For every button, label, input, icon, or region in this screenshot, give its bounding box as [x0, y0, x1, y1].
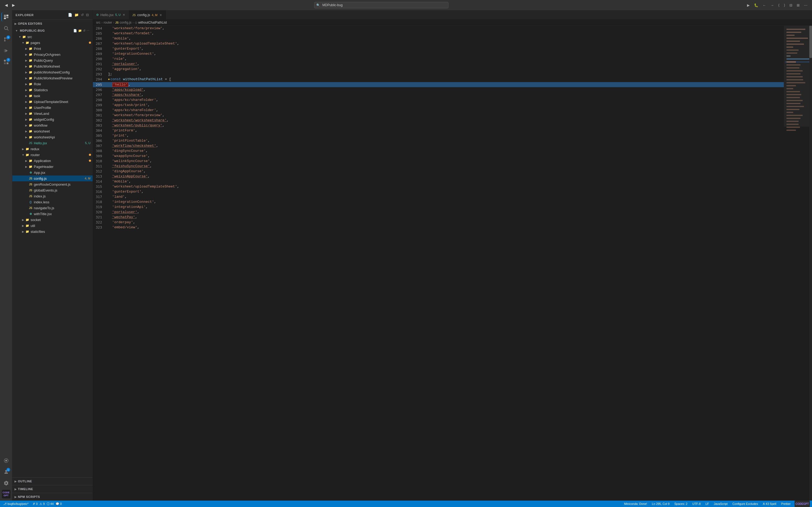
line-content-311[interactable]: 'feishuSyncCourse',: [107, 164, 784, 169]
line-content-309[interactable]: 'wxappSyncCourse',: [107, 154, 784, 159]
eol-status[interactable]: LF: [704, 501, 710, 507]
python-status[interactable]: Miniconda: Done!: [623, 501, 648, 507]
tab-hellojsx-close[interactable]: ×: [122, 13, 125, 17]
run-debug-icon[interactable]: [2, 46, 11, 55]
timeline-header[interactable]: ▶ TIMELINE: [12, 486, 93, 492]
npm-scripts-header[interactable]: ▶ NPM SCRIPTS: [12, 494, 93, 500]
new-folder-icon[interactable]: 📁: [74, 12, 79, 17]
tree-item-util[interactable]: ▶ 📁 util: [12, 223, 93, 229]
line-content-318[interactable]: 'integrationConnect',: [107, 199, 784, 205]
tree-item-application[interactable]: ▶ 📁 Application: [12, 158, 93, 164]
position-status[interactable]: Ln 295, Col 9: [651, 501, 670, 507]
tree-item-navigateto[interactable]: ▶ JS navigateTo.js: [12, 205, 93, 211]
tree-item-publicquery[interactable]: ▶ 📁 PublicQuery: [12, 57, 93, 63]
line-content-291[interactable]: 'portaluser',: [107, 61, 784, 66]
refresh-icon[interactable]: ↺: [80, 12, 84, 17]
repo-header[interactable]: ▼ MDPUBLIC-BUG 📄 📁 ↺ ⋯: [12, 27, 93, 34]
nav-next-button[interactable]: ⟩: [782, 2, 786, 8]
line-content-293[interactable]: ];: [107, 72, 784, 77]
tree-item-globalevents[interactable]: ▶ JS globalEvents.js: [12, 187, 93, 193]
branch-status[interactable]: ⎇ bugfix/bug/peic*: [2, 501, 30, 507]
line-content-292[interactable]: 'aggregation',: [107, 66, 784, 72]
tree-item-publicworksheetpreview[interactable]: ▶ 📁 PublicWorksheetPreview: [12, 75, 93, 81]
line-content-304[interactable]: 'printForm',: [107, 128, 784, 133]
line-content-313[interactable]: 'weixinAppCourse',: [107, 174, 784, 179]
tree-item-router[interactable]: ▼ 📁 router: [12, 152, 93, 158]
tree-item-indexless[interactable]: ▶ {} index.less: [12, 199, 93, 205]
tree-item-statistics[interactable]: ▶ 📁 Statistics: [12, 87, 93, 93]
codegpt-icon[interactable]: CODEGPT: [2, 490, 10, 498]
tree-item-uploadtemplatesheet[interactable]: ▶ 📁 UploadTemplateSheet: [12, 99, 93, 105]
outline-header[interactable]: ▶ OUTLINE: [12, 478, 93, 484]
search-input[interactable]: [314, 2, 448, 8]
play-button[interactable]: ▶: [746, 2, 751, 8]
breadcrumb-src[interactable]: src: [96, 21, 100, 24]
more-button[interactable]: ⋯: [803, 2, 809, 8]
breadcrumb-withoutchatpathlist[interactable]: withoutChatPathList: [138, 21, 167, 24]
line-content-321[interactable]: 'wechatPay',: [107, 215, 784, 220]
tree-item-appjsx[interactable]: ▶ ⚙ App.jsx: [12, 170, 93, 175]
codegpt-status[interactable]: CODEGPT: [795, 501, 810, 507]
line-content-308[interactable]: 'dingSyncCourse',: [107, 148, 784, 154]
tree-item-pages[interactable]: ▼ 📁 pages: [12, 40, 93, 46]
line-content-297[interactable]: 'apps/kcshare',: [107, 92, 784, 97]
forward-button[interactable]: ▶: [10, 2, 17, 8]
tree-item-redux[interactable]: ▶ 📁 redux: [12, 146, 93, 152]
back-button[interactable]: ◀: [3, 2, 9, 8]
line-content-319[interactable]: 'integrationApi',: [107, 205, 784, 210]
tab-configjs[interactable]: JS config.js 4, M ×: [129, 10, 166, 19]
breadcrumb-router[interactable]: router: [104, 21, 112, 24]
tree-item-configjs[interactable]: ▶ JS config.js 4, M: [12, 175, 93, 181]
line-content-284[interactable]: 'worksheet/form/preview',: [107, 26, 784, 31]
tab-hellojsx[interactable]: ⚙ Hello.jsx 5, U ×: [93, 10, 129, 19]
line-content-323[interactable]: 'embed/view',: [107, 225, 784, 230]
spell-status[interactable]: A 43 Spell: [762, 501, 777, 507]
line-content-315[interactable]: 'worksheet/uploadTemplateSheet',: [107, 184, 784, 189]
line-content-322[interactable]: 'orderpay',: [107, 220, 784, 225]
extensions-icon[interactable]: 7: [2, 57, 11, 66]
tab-configjs-close[interactable]: ×: [159, 13, 162, 17]
spaces-status[interactable]: Spaces: 2: [673, 501, 689, 507]
remote-icon[interactable]: [2, 456, 11, 465]
tree-item-publicworksheetconfig[interactable]: ▶ 📁 publicWorksheetConfig: [12, 69, 93, 75]
new-file-repo-button[interactable]: 📄: [73, 29, 77, 33]
scrollbar-thumb[interactable]: [809, 26, 812, 58]
nav-prev-button[interactable]: ⟨: [777, 2, 781, 8]
line-content-290[interactable]: 'role',: [107, 56, 784, 61]
scrollbar-track[interactable]: [809, 26, 812, 501]
configure-excludes-status[interactable]: Configure Excludes: [731, 501, 759, 507]
errors-status[interactable]: ✗ 0 ⚠ 9 ⓘ 44 💬 0: [32, 501, 63, 507]
tree-item-worksheetapi[interactable]: ▶ 📁 worksheetApi: [12, 134, 93, 140]
line-content-298[interactable]: 'apps/kc/shareFolder',: [107, 97, 784, 103]
debug-button[interactable]: 🐛: [753, 2, 760, 8]
line-content-303[interactable]: 'worksheet/public/query',: [107, 123, 784, 128]
tree-item-privacyoragreen[interactable]: ▶ 📁 PrivacyOrAgreen: [12, 52, 93, 57]
line-content-300[interactable]: 'apps/kc/shareFolder',: [107, 108, 784, 113]
tree-item-pageheader[interactable]: ▶ 📁 PageHeader: [12, 164, 93, 170]
line-content-317[interactable]: 'land',: [107, 194, 784, 199]
line-content-287[interactable]: 'worksheet/uploadTemplateSheet',: [107, 41, 784, 46]
line-content-306[interactable]: 'printPivotTable',: [107, 138, 784, 143]
layout-button[interactable]: ⊟: [788, 2, 794, 8]
line-content-307[interactable]: 'workflow/checksheet',: [107, 143, 784, 148]
line-content-316[interactable]: 'gunterExport',: [107, 189, 784, 194]
collapse-all-icon[interactable]: ⊟: [85, 12, 89, 17]
line-content-299[interactable]: 'apps/task/print',: [107, 103, 784, 108]
line-content-302[interactable]: 'worksheet/worksheetshare',: [107, 118, 784, 123]
tree-item-role[interactable]: ▶ 📁 Role: [12, 81, 93, 87]
tree-item-socket[interactable]: ▶ 📁 socket: [12, 217, 93, 223]
tree-item-task[interactable]: ▶ 📁 task: [12, 93, 93, 99]
explorer-icon[interactable]: [1, 12, 10, 21]
more-repo-button[interactable]: ⋯: [87, 29, 89, 33]
settings-gear-icon[interactable]: [2, 478, 11, 488]
prettier-status[interactable]: Prettier: [780, 501, 792, 507]
tree-item-withtitle[interactable]: ▶ ⚙ withTitle.jsx: [12, 211, 93, 217]
line-content-301[interactable]: 'worksheet/form/preview',: [107, 113, 784, 118]
line-content-286[interactable]: 'mobile',: [107, 36, 784, 41]
tree-item-widgetconfig[interactable]: ▶ 📁 widgetConfig: [12, 116, 93, 122]
line-content-314[interactable]: 'mobile',: [107, 179, 784, 184]
line-content-294[interactable]: ●const withoutChatPathList = [: [107, 77, 784, 82]
line-content-296[interactable]: 'apps/kcupload',: [107, 87, 784, 92]
source-control-icon[interactable]: 6: [2, 35, 11, 44]
line-content-288[interactable]: 'gunterExport',: [107, 46, 784, 51]
